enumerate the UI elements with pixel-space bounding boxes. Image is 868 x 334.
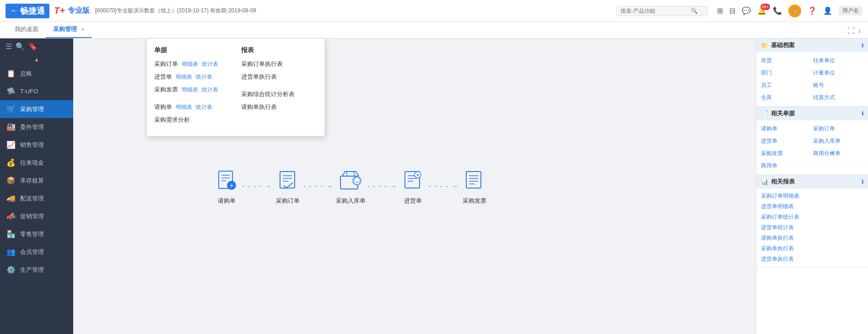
related-docs-title: 相关单据 <box>771 109 795 118</box>
bell-icon[interactable]: 🔔 99+ <box>757 6 766 15</box>
dropdown-purchase-order[interactable]: 采购订单 <box>154 60 178 68</box>
report-inbound-exec[interactable]: 进货单执行表 <box>761 255 863 263</box>
dropdown-report-order-exec[interactable]: 采购订单执行表 <box>241 60 314 68</box>
chat-icon[interactable]: 💬 <box>742 6 751 15</box>
sidebar-item-purchase[interactable]: 🛒 采购管理 <box>0 100 73 118</box>
dropdown-report-comprehensive[interactable]: 采购综合统计分析表 <box>241 90 314 98</box>
flow-diagram: + 请购单 - - - - → <box>213 168 488 205</box>
hamburger-icon[interactable]: ☰ <box>5 42 12 51</box>
dropdown-purchase-order-detail[interactable]: 明细表 <box>182 60 198 68</box>
dropdown-inbound[interactable]: 进货单 <box>154 73 172 81</box>
sidebar-item-ledger[interactable]: 📋 总账 <box>0 65 73 82</box>
chevron-right-icon[interactable]: › <box>858 27 861 35</box>
related-doc-shared[interactable]: 商用分摊单 <box>813 149 863 158</box>
report-order-stat[interactable]: 采购订单统计表 <box>761 213 863 221</box>
outsource-icon: 🏭 <box>6 123 16 131</box>
basic-item-account[interactable]: 账号 <box>813 81 863 90</box>
sidebar-item-member[interactable]: 👥 会员管理 <box>0 243 73 261</box>
sidebar-item-delivery[interactable]: 🚚 配送管理 <box>0 189 73 207</box>
basic-item-dept[interactable]: 部门 <box>761 68 811 78</box>
tabbar: 我的桌面 采购管理 × ⛶ › <box>0 22 868 38</box>
sidebar-scroll-up[interactable]: ▲ <box>0 54 73 65</box>
related-doc-invoice[interactable]: 采购发票 <box>761 149 811 158</box>
related-reports-info-icon[interactable]: ℹ <box>862 179 863 185</box>
dropdown-report-requisition-exec[interactable]: 请购单执行表 <box>241 103 314 111</box>
dropdown-inbound-stat[interactable]: 统计表 <box>196 73 212 81</box>
related-doc-order[interactable]: 采购订单 <box>813 124 863 134</box>
expand-icon[interactable]: ⛶ <box>847 27 855 35</box>
basic-item-warehouse[interactable]: 仓库 <box>761 93 811 102</box>
report-order-detail[interactable]: 采购订单明细表 <box>761 192 863 200</box>
sidebar-item-promo[interactable]: 📣 促销管理 <box>0 207 73 225</box>
dropdown-invoice[interactable]: 采购发票 <box>154 86 178 94</box>
sidebar-item-inventory[interactable]: 📦 库存核算 <box>0 172 73 189</box>
dropdown-requisition-stat[interactable]: 统计表 <box>196 103 212 111</box>
invoice-flow-icon <box>461 168 488 193</box>
related-docs-icon: 📄 <box>761 110 768 117</box>
dropdown-inbound-detail[interactable]: 明细表 <box>176 73 192 81</box>
user-icon[interactable]: 👤 <box>823 6 832 15</box>
related-doc-commercial[interactable]: 商用单 <box>761 161 811 171</box>
basic-item-partner[interactable]: 往来单位 <box>813 56 863 65</box>
dropdown-requisition[interactable]: 请购单 <box>154 103 172 111</box>
dropdown-purchase-order-stat[interactable]: 统计表 <box>202 60 218 68</box>
dropdown-invoice-stat[interactable]: 统计表 <box>202 86 218 94</box>
report-inbound-detail[interactable]: 进货单明细表 <box>761 203 863 210</box>
flow-node-order[interactable]: 采购订单 <box>274 168 302 205</box>
search-input[interactable] <box>620 8 689 14</box>
basic-files-info-icon[interactable]: ℹ <box>862 43 863 48</box>
report-inbound-stat[interactable]: 进货单统计表 <box>761 224 863 232</box>
bookmark-icon[interactable]: 🔖 <box>28 42 38 51</box>
related-docs-grid: 请购单 采购订单 进货单 采购入库单 采购发票 商用分摊单 商用单 <box>756 120 868 174</box>
flow-node-invoice[interactable]: 采购发票 <box>461 168 488 205</box>
sidebar: ☰ 🔍 🔖 ▲ 📋 总账 🛸 T-UFO 🛒 采购管理 🏭 委外管理 📈 销售管… <box>0 38 73 334</box>
app-logo[interactable]: ← 畅捷通 <box>5 4 49 18</box>
basic-item-staff[interactable]: 员工 <box>761 81 811 90</box>
dropdown-demand-analysis[interactable]: 采购需求分析 <box>154 116 190 124</box>
basic-item-inventory[interactable]: 存货 <box>761 56 811 65</box>
sidebar-search-icon[interactable]: 🔍 <box>16 42 25 51</box>
tab-close-purchase[interactable]: × <box>81 27 84 32</box>
report-order-exec[interactable]: 采购单执行表 <box>761 245 863 253</box>
sidebar-item-ufo[interactable]: 🛸 T-UFO <box>0 82 73 100</box>
flow-node-requisition[interactable]: + 请购单 <box>213 168 240 205</box>
search-bar[interactable]: 🔍 <box>616 6 708 16</box>
dropdown-row-inbound: 进货单 明细表 统计表 <box>154 73 227 81</box>
basic-item-unit[interactable]: 计量单位 <box>813 68 863 78</box>
sidebar-item-outsource[interactable]: 🏭 委外管理 <box>0 118 73 136</box>
username-label: 用户名 <box>839 6 863 16</box>
question-icon[interactable]: ❓ <box>808 6 817 15</box>
flow-node-purchase-label: 进货单 <box>404 197 422 205</box>
related-docs-info-icon[interactable]: ℹ <box>862 111 863 117</box>
basic-item-settlement[interactable]: 结算方式 <box>813 93 863 102</box>
flow-node-purchase[interactable]: ▼ 进货单 <box>399 168 427 205</box>
tab-dashboard[interactable]: 我的桌面 <box>7 22 46 38</box>
sidebar-item-sales[interactable]: 📈 销售管理 <box>0 136 73 154</box>
tab-purchase[interactable]: 采购管理 × <box>46 22 92 38</box>
sidebar-item-cash[interactable]: 💰 往来现金 <box>0 154 73 172</box>
sidebar-item-retail[interactable]: 🏪 零售管理 <box>0 225 73 243</box>
flow-node-inbound[interactable]: ↓ 采购入库单 <box>336 168 366 205</box>
grid-icon[interactable]: ⊞ <box>717 6 723 15</box>
layout-icon[interactable]: ⊟ <box>729 6 735 15</box>
related-doc-inbound2[interactable]: 采购入库单 <box>813 136 863 146</box>
related-doc-requisition[interactable]: 请购单 <box>761 124 811 134</box>
phone-icon[interactable]: 📞 <box>773 6 782 15</box>
flow-node-invoice-label: 采购发票 <box>463 197 486 205</box>
dropdown-report-inbound-exec[interactable]: 进货单执行表 <box>241 73 314 81</box>
sidebar-tools: ☰ 🔍 🔖 <box>0 38 73 54</box>
svg-rect-20 <box>466 172 481 188</box>
flow-node-requisition-label: 请购单 <box>218 197 236 205</box>
related-docs-header: 📄 相关单据 ℹ <box>756 107 868 120</box>
related-doc-inbound[interactable]: 进货单 <box>761 136 811 146</box>
basic-files-section: 📁 基础档案 ℹ 存货 往来单位 部门 计量单位 员工 账号 仓库 结算方式 <box>756 38 868 107</box>
report-requisition-exec[interactable]: 请购单执行表 <box>761 234 863 242</box>
related-reports-list: 采购订单明细表 进货单明细表 采购订单统计表 进货单统计表 请购单执行表 采购单… <box>756 189 868 267</box>
dropdown-invoice-detail[interactable]: 明细表 <box>182 86 198 94</box>
monkey-avatar[interactable]: 🐵 <box>788 5 801 17</box>
dropdown-requisition-detail[interactable]: 明细表 <box>176 103 192 111</box>
sidebar-item-production[interactable]: ⚙️ 生产管理 <box>0 261 73 279</box>
production-icon: ⚙️ <box>6 265 16 274</box>
dropdown-menu: 单据 采购订单 明细表 统计表 进货单 明细表 统计表 采购发票 明细表 统计表 <box>146 38 325 136</box>
svg-text:↓: ↓ <box>356 178 358 183</box>
